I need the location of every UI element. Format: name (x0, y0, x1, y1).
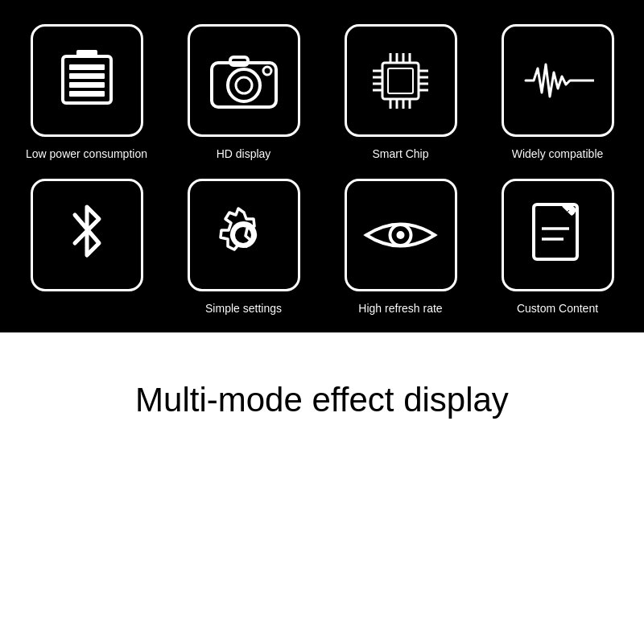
svg-point-29 (233, 225, 253, 245)
feature-label-custom-content: Custom Content (517, 301, 598, 317)
top-section: Low power consumption HD display (0, 0, 644, 332)
settings-icon-box (188, 179, 300, 291)
eye-icon-box (345, 179, 457, 291)
svg-rect-3 (69, 73, 105, 79)
svg-point-10 (263, 67, 271, 75)
feature-row-1: Low power consumption HD display (16, 24, 628, 163)
feature-low-power: Low power consumption (16, 24, 157, 163)
feature-row-2: Simple settings High refresh rate (16, 179, 628, 317)
svg-point-8 (236, 77, 252, 93)
waveform-icon-box (502, 24, 614, 137)
svg-rect-2 (69, 64, 105, 70)
document-icon (527, 200, 588, 269)
bluetooth-icon (63, 199, 111, 271)
feature-label-high-refresh: High refresh rate (358, 301, 442, 317)
feature-label-low-power: Low power consumption (26, 147, 147, 163)
svg-rect-5 (69, 91, 105, 97)
feature-high-refresh: High refresh rate (330, 179, 471, 317)
bottom-section: Multi-mode effect display (0, 332, 644, 468)
chip-icon (366, 47, 435, 115)
feature-custom-content: Custom Content (487, 179, 628, 317)
feature-hd-display: HD display (173, 24, 314, 163)
camera-icon-box (188, 24, 300, 137)
feature-label-widely-compatible: Widely compatible (512, 147, 604, 163)
chip-icon-box (345, 24, 457, 137)
feature-simple-settings: Simple settings (173, 179, 314, 317)
feature-widely-compatible: Widely compatible (487, 24, 628, 163)
svg-rect-4 (69, 82, 105, 88)
feature-smart-chip: Smart Chip (330, 24, 471, 163)
bluetooth-icon-box (31, 179, 143, 291)
feature-label-hd-display: HD display (217, 147, 271, 163)
bottom-title: Multi-mode effect display (135, 381, 509, 419)
camera-icon (208, 51, 280, 111)
feature-bluetooth (16, 179, 157, 317)
svg-point-7 (228, 69, 260, 101)
eye-icon (362, 211, 439, 259)
document-icon-box (502, 179, 614, 291)
battery-icon (59, 48, 115, 113)
waveform-icon (522, 60, 594, 101)
feature-label-simple-settings: Simple settings (205, 301, 282, 317)
svg-rect-12 (388, 68, 413, 93)
svg-point-31 (397, 231, 405, 239)
battery-icon-box (31, 24, 143, 137)
settings-icon (209, 200, 278, 269)
feature-label-smart-chip: Smart Chip (372, 147, 428, 163)
